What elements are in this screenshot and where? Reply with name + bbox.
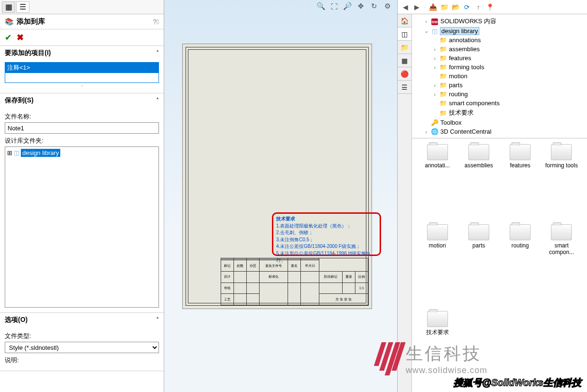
tree-features[interactable]: ›📁features <box>415 54 584 63</box>
new-folder-icon[interactable]: 📁 <box>439 2 449 12</box>
folder-features[interactable]: features <box>501 144 540 219</box>
folder-icon: 📁 <box>439 46 447 53</box>
tab-custom-props[interactable]: ☰ <box>398 81 411 94</box>
filename-input[interactable] <box>5 122 159 134</box>
resizer-handle[interactable]: ◦ <box>5 83 159 88</box>
folder-icon: 📁 <box>439 36 447 44</box>
folder-icon: 📁 <box>439 100 447 107</box>
folder-icon: 📁 <box>439 73 447 80</box>
techreq-l1: 1.表面处理阳极氧化处理（黑色）； <box>276 223 377 230</box>
zoom-fit-icon[interactable]: 🔍 <box>316 1 326 11</box>
tree-routing[interactable]: ›📁routing <box>415 90 584 99</box>
rotate-icon[interactable]: ↻ <box>369 1 379 11</box>
zoom-area-icon[interactable]: ⛶ <box>329 1 339 11</box>
tree-forming-tools[interactable]: ›📁forming tools <box>415 63 584 72</box>
folder-icon: 📁 <box>439 82 447 89</box>
libfolder-label: 设计库文件夹: <box>5 137 159 145</box>
up-icon[interactable]: ↑ <box>474 2 483 12</box>
tab-feature-manager[interactable]: ▦ <box>2 1 15 13</box>
section-save-header[interactable]: 保存到(S) ˄ <box>0 93 164 108</box>
desc-label: 说明: <box>5 356 159 365</box>
back-icon[interactable]: ◀ <box>401 2 410 12</box>
technical-requirements-note[interactable]: 技术要求 1.表面处理阳极氧化处理（黑色）； 2.去毛刺、倒棱； 3.未注倒角C… <box>272 212 381 256</box>
graphics-area[interactable]: 🔍 ⛶ 🔎 ✥ ↻ ⚙ 技术要求 1.表面处理阳极氧化处理（黑色）； 2.去毛刺… <box>164 0 397 392</box>
techreq-title: 技术要求 <box>276 216 377 223</box>
folder-icon: 📁 <box>439 91 447 98</box>
help-icon[interactable]: ?⃝ <box>153 18 159 26</box>
task-pane-toolbar: ◀ ▶ · 📥 📁 📂 ⟳ ↑ 📍 <box>398 0 587 14</box>
lib-tree-item[interactable]: design library <box>21 149 60 157</box>
library-icon: ◫ <box>14 149 19 156</box>
tree-design-library[interactable]: ⌄ ◫ design library <box>415 27 584 36</box>
expand-icon[interactable]: ⊞ <box>7 149 12 156</box>
tree-annotations[interactable]: 📁annotations <box>415 36 584 45</box>
confirm-row: ✔ ✖ <box>0 29 164 46</box>
folder-grid: annotati... assemblies features forming … <box>412 138 587 392</box>
chevron-up-icon: ˄ <box>156 50 159 56</box>
folder-icon <box>551 224 572 240</box>
property-manager-panel: ▦ ☰ 📚 添加到库 ?⃝ ✔ ✖ 要添加的项目(I) ˄ 注释<1> ◦ 保存… <box>0 0 164 392</box>
expand-icon[interactable]: › <box>423 18 429 24</box>
title-block: 标记处数分区更改文件号签名年月日 设计标准化阶段标记重量比例 审核1:1 工艺共… <box>221 258 368 305</box>
folder-smart-components[interactable]: smart compon... <box>542 224 581 306</box>
drawing-sheet[interactable]: 技术要求 1.表面处理阳极氧化处理（黑色）； 2.去毛刺、倒棱； 3.未注倒角C… <box>182 44 372 309</box>
tab-design-library[interactable]: ◫ <box>398 27 411 41</box>
tree-toolbox[interactable]: 🔑Toolbox <box>415 118 584 127</box>
section-options: 选项(O) ˄ 文件类型: Style (*.sldnotestl) 说明: <box>0 313 164 371</box>
folder-motion[interactable]: motion <box>418 224 457 306</box>
tab-view-palette[interactable]: ▦ <box>398 54 411 67</box>
tree-smart-components[interactable]: 📁smart components <box>415 99 584 108</box>
tab-file-explorer[interactable]: 📁 <box>398 41 411 54</box>
filetype-select[interactable]: Style (*.sldnotestl) <box>5 342 159 353</box>
credit-text: 搜狐号@SolidWorks生信科技 <box>454 376 581 389</box>
section-options-header[interactable]: 选项(O) ˄ <box>0 313 164 327</box>
section-items-header[interactable]: 要添加的项目(I) ˄ <box>0 46 164 60</box>
folder-icon <box>468 224 489 240</box>
folder-icon <box>468 144 489 160</box>
folder-icon <box>510 144 531 160</box>
zoom-prev-icon[interactable]: 🔎 <box>342 1 353 11</box>
tab-home[interactable]: 🏠 <box>398 14 411 27</box>
techreq-l3: 3.未注倒角C0.5； <box>276 237 377 244</box>
selected-item[interactable]: 注释<1> <box>5 63 158 73</box>
ok-button[interactable]: ✔ <box>5 32 12 43</box>
folder-icon <box>427 311 448 327</box>
tree-parts[interactable]: ›📁parts <box>415 81 584 90</box>
folder-tech-req[interactable]: 技术要求 <box>418 311 457 386</box>
folder-icon: 📁 <box>439 64 447 71</box>
view-settings-icon[interactable]: ⚙ <box>382 1 392 11</box>
forward-icon[interactable]: ▶ <box>412 2 421 12</box>
folder-icon <box>510 224 531 240</box>
refresh-icon[interactable]: ⟳ <box>462 2 472 12</box>
left-tab-bar: ▦ ☰ <box>0 0 164 14</box>
folder-routing[interactable]: routing <box>501 224 540 306</box>
items-listbox[interactable]: 注释<1> <box>5 62 159 83</box>
folder-assemblies[interactable]: assemblies <box>459 144 498 219</box>
tree-motion[interactable]: 📁motion <box>415 72 584 81</box>
pan-icon[interactable]: ✥ <box>355 1 366 11</box>
pin-icon[interactable]: 📍 <box>485 2 494 12</box>
folder-icon <box>551 144 572 160</box>
folder-annotations[interactable]: annotati... <box>418 144 457 219</box>
design-library-tree[interactable]: › SW SOLIDWORKS 内容 ⌄ ◫ design library 📁a… <box>412 14 587 138</box>
key-icon: 🔑 <box>431 119 438 126</box>
tree-tech-req[interactable]: 📁技术要求 <box>415 108 584 118</box>
tree-assemblies[interactable]: ›📁assemblies <box>415 45 584 54</box>
filetype-label: 文件类型: <box>5 332 159 340</box>
add-to-library-icon[interactable]: 📥 <box>428 2 438 12</box>
tab-property-manager[interactable]: ☰ <box>16 1 29 13</box>
collapse-icon[interactable]: ⌄ <box>423 28 429 34</box>
chevron-up-icon: ˄ <box>156 97 159 104</box>
task-pane: ◀ ▶ · 📥 📁 📂 ⟳ ↑ 📍 🏠 ◫ 📁 ▦ 🔴 ☰ › SW SOLID… <box>397 0 587 392</box>
open-icon[interactable]: 📂 <box>451 2 460 12</box>
tree-3d-contentcentral[interactable]: ›🌐3D ContentCentral <box>415 127 584 136</box>
folder-parts[interactable]: parts <box>459 224 498 306</box>
folder-forming-tools[interactable]: forming tools <box>542 144 581 219</box>
cancel-button[interactable]: ✖ <box>17 32 24 43</box>
folder-icon <box>427 144 448 160</box>
folder-icon: 📁 <box>439 55 447 62</box>
tree-sw-content[interactable]: › SW SOLIDWORKS 内容 <box>415 16 584 27</box>
tab-appearances[interactable]: 🔴 <box>398 67 411 81</box>
task-pane-tabs: 🏠 ◫ 📁 ▦ 🔴 ☰ <box>398 14 412 392</box>
library-folder-tree[interactable]: ⊞ ◫ design library <box>5 146 159 308</box>
